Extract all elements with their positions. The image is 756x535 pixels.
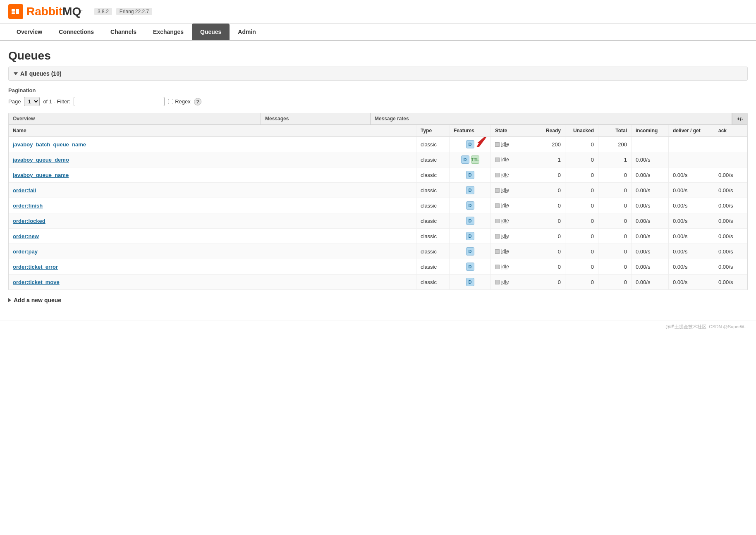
queue-incoming: 0.00/s bbox=[632, 275, 669, 290]
queue-state: idle bbox=[491, 229, 532, 244]
table-row[interactable]: order:newclassicDidle0000.00/s0.00/s0.00… bbox=[9, 229, 747, 244]
feature-badge: D bbox=[466, 140, 474, 148]
nav-queues[interactable]: Queues bbox=[192, 24, 230, 40]
queue-type: classic bbox=[416, 244, 450, 259]
queue-ack: 0.00/s bbox=[714, 167, 747, 183]
queue-features: D bbox=[450, 229, 491, 244]
queue-name[interactable]: order:ticket_error bbox=[9, 259, 416, 275]
erlang-badge: Erlang 22.2.7 bbox=[116, 8, 152, 15]
col-name: Name bbox=[9, 125, 416, 137]
table-row[interactable]: order:ticket_errorclassicDidle0000.00/s0… bbox=[9, 259, 747, 275]
feature-badge: D bbox=[466, 247, 474, 256]
queue-deliver-get: 0.00/s bbox=[669, 275, 714, 290]
queue-ack: 0.00/s bbox=[714, 275, 747, 290]
queue-ready: 0 bbox=[532, 229, 565, 244]
footer-credit2: CSDN @SuperW... bbox=[709, 324, 748, 329]
state-indicator bbox=[495, 158, 500, 162]
queue-unacked: 0 bbox=[565, 229, 598, 244]
table-group-headers: Overview Messages Message rates +/- bbox=[9, 113, 747, 125]
regex-checkbox[interactable] bbox=[168, 99, 173, 104]
queue-deliver-get: 0.00/s bbox=[669, 198, 714, 213]
expand-arrow-icon bbox=[8, 298, 11, 302]
add-queue-section[interactable]: Add a new queue bbox=[8, 297, 748, 303]
col-features: Features bbox=[450, 125, 491, 137]
annotation-arrow-icon bbox=[476, 136, 487, 149]
queues-table: Name Type Features State Ready Unacked T… bbox=[9, 125, 747, 290]
queue-unacked: 0 bbox=[565, 198, 598, 213]
version-badge: 3.8.2 bbox=[94, 8, 112, 15]
nav-admin[interactable]: Admin bbox=[230, 24, 264, 40]
queue-deliver-get: 0.00/s bbox=[669, 259, 714, 275]
page-content: Queues All queues (10) Pagination Page 1… bbox=[0, 41, 756, 312]
state-indicator bbox=[495, 142, 500, 147]
table-row[interactable]: order:lockedclassicDidle0000.00/s0.00/s0… bbox=[9, 213, 747, 229]
queue-deliver-get: 0.00/s bbox=[669, 183, 714, 198]
table-row[interactable]: order:failclassicDidle0000.00/s0.00/s0.0… bbox=[9, 183, 747, 198]
table-row[interactable]: order:payclassicDidle0000.00/s0.00/s0.00… bbox=[9, 244, 747, 259]
filter-input[interactable] bbox=[74, 97, 165, 106]
queue-name[interactable]: javaboy_queue_name bbox=[9, 167, 416, 183]
queue-name[interactable]: javaboy_batch_queue_name bbox=[9, 137, 416, 152]
main-nav: Overview Connections Channels Exchanges … bbox=[0, 24, 756, 41]
queue-features: D bbox=[450, 167, 491, 183]
queue-features: D bbox=[450, 137, 491, 152]
all-queues-header[interactable]: All queues (10) bbox=[9, 67, 747, 80]
nav-overview[interactable]: Overview bbox=[8, 24, 50, 40]
queue-type: classic bbox=[416, 137, 450, 152]
svg-rect-0 bbox=[12, 9, 15, 12]
queue-total: 0 bbox=[598, 183, 632, 198]
feature-badge: D bbox=[466, 232, 474, 240]
nav-connections[interactable]: Connections bbox=[50, 24, 102, 40]
queue-total: 0 bbox=[598, 213, 632, 229]
queue-unacked: 0 bbox=[565, 259, 598, 275]
queue-incoming: 0.00/s bbox=[632, 229, 669, 244]
queue-ack bbox=[714, 152, 747, 167]
col-deliver-get: deliver / get bbox=[669, 125, 714, 137]
queue-type: classic bbox=[416, 198, 450, 213]
queue-ready: 0 bbox=[532, 275, 565, 290]
queue-name[interactable]: order:locked bbox=[9, 213, 416, 229]
plus-minus-button[interactable]: +/- bbox=[732, 113, 747, 124]
state-label: idle bbox=[501, 233, 509, 239]
queue-name[interactable]: order:ticket_move bbox=[9, 275, 416, 290]
page-title: Queues bbox=[8, 49, 748, 62]
help-button[interactable]: ? bbox=[194, 98, 201, 105]
queue-name[interactable]: order:fail bbox=[9, 183, 416, 198]
col-unacked: Unacked bbox=[565, 125, 598, 137]
queues-table-container: Overview Messages Message rates +/- Name… bbox=[8, 113, 748, 290]
queue-total: 0 bbox=[598, 198, 632, 213]
table-header-row: Name Type Features State Ready Unacked T… bbox=[9, 125, 747, 137]
queue-total: 0 bbox=[598, 275, 632, 290]
queue-incoming bbox=[632, 137, 669, 152]
page-select[interactable]: 1 bbox=[24, 97, 40, 106]
state-label: idle bbox=[501, 141, 509, 147]
table-row[interactable]: order:ticket_moveclassicDidle0000.00/s0.… bbox=[9, 275, 747, 290]
group-msg-rates: Message rates bbox=[371, 113, 732, 124]
queue-name[interactable]: order:finish bbox=[9, 198, 416, 213]
col-ready: Ready bbox=[532, 125, 565, 137]
regex-text: Regex bbox=[175, 98, 191, 105]
table-row[interactable]: javaboy_queue_nameclassicDidle0000.00/s0… bbox=[9, 167, 747, 183]
table-row[interactable]: javaboy_queue_democlassicDTTLidle1010.00… bbox=[9, 152, 747, 167]
col-ack: ack bbox=[714, 125, 747, 137]
queue-ack: 0.00/s bbox=[714, 198, 747, 213]
feature-badge: D bbox=[466, 186, 474, 194]
queue-name[interactable]: order:new bbox=[9, 229, 416, 244]
pagination-label: Pagination bbox=[8, 87, 748, 93]
queue-features: DTTL bbox=[450, 152, 491, 167]
queue-name[interactable]: order:pay bbox=[9, 244, 416, 259]
queue-deliver-get bbox=[669, 137, 714, 152]
queue-ready: 0 bbox=[532, 244, 565, 259]
queue-ready: 0 bbox=[532, 259, 565, 275]
table-row[interactable]: order:finishclassicDidle0000.00/s0.00/s0… bbox=[9, 198, 747, 213]
logo: RabbitMQ. 3.8.2 Erlang 22.2.7 bbox=[8, 4, 152, 19]
collapse-arrow-icon bbox=[14, 72, 18, 75]
queue-total: 200 bbox=[598, 137, 632, 152]
nav-exchanges[interactable]: Exchanges bbox=[145, 24, 192, 40]
queue-ack bbox=[714, 137, 747, 152]
table-row[interactable]: javaboy_batch_queue_nameclassicDidle2000… bbox=[9, 137, 747, 152]
state-indicator bbox=[495, 188, 500, 193]
queue-name[interactable]: javaboy_queue_demo bbox=[9, 152, 416, 167]
svg-rect-2 bbox=[16, 9, 19, 14]
nav-channels[interactable]: Channels bbox=[102, 24, 145, 40]
